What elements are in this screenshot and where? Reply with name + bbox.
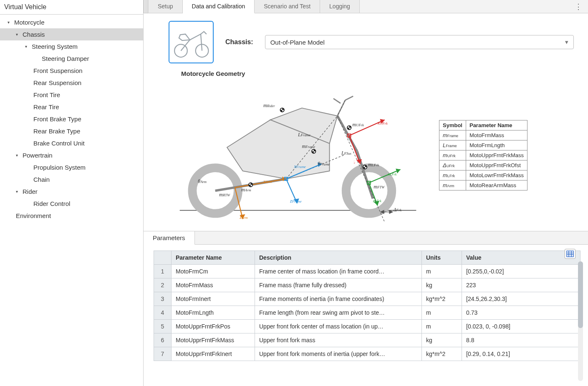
tree-item[interactable]: Rear Brake Type bbox=[0, 125, 143, 137]
col-header-name[interactable]: Parameter Name bbox=[172, 251, 255, 265]
param-name-cell[interactable]: MotoUpprFrntFrkMass bbox=[172, 333, 255, 347]
tree-item[interactable]: Environment bbox=[0, 210, 143, 222]
table-row[interactable]: 7MotoUpprFrntFrkInertUpper front fork mo… bbox=[154, 347, 580, 361]
tab[interactable]: Scenario and Test bbox=[255, 0, 320, 13]
legend-symbol: LFrame bbox=[439, 140, 466, 150]
tree-item-label: Rear Suspension bbox=[33, 79, 81, 86]
tree-item[interactable]: Front Suspension bbox=[0, 65, 143, 77]
motorcycle-geometry-svg: mRider mUFrk xUFrk LFrame mFrame xFrame … bbox=[169, 80, 427, 222]
param-units-cell[interactable]: kg bbox=[422, 333, 462, 347]
param-name-cell[interactable]: MotoFrmMass bbox=[172, 278, 255, 292]
param-value-cell[interactable]: [0.29, 0.14, 0.21] bbox=[462, 347, 580, 361]
tree-item[interactable]: Front Brake Type bbox=[0, 113, 143, 125]
param-desc-cell[interactable]: Upper front fork mass bbox=[255, 333, 422, 347]
tree-item-label: Rider bbox=[23, 188, 38, 195]
legend-symbol: mArm bbox=[439, 180, 466, 190]
legend-header-name: Parameter Name bbox=[466, 120, 527, 130]
motorcycle-icon bbox=[172, 24, 210, 60]
param-value-cell[interactable]: 8.8 bbox=[462, 333, 580, 347]
tree-item[interactable]: ▾Motorcycle bbox=[0, 16, 143, 28]
diagram-title: Motorcycle Geometry bbox=[181, 70, 427, 77]
param-name-cell[interactable]: MotoUpprFrntFrkInert bbox=[172, 347, 255, 361]
param-name-cell[interactable]: MotoFrmInert bbox=[172, 292, 255, 306]
tree-item[interactable]: Propulsion System bbox=[0, 161, 143, 173]
tree-item[interactable]: ▾Powertrain bbox=[0, 149, 143, 161]
legend-symbol: mFrame bbox=[439, 130, 466, 140]
tree-item[interactable]: Rider Control bbox=[0, 198, 143, 210]
param-units-cell[interactable]: m bbox=[422, 306, 462, 320]
tree-item[interactable]: Rear Tire bbox=[0, 101, 143, 113]
row-number: 4 bbox=[154, 306, 172, 320]
param-desc-cell[interactable]: Frame moments of inertia (in frame coord… bbox=[255, 292, 422, 306]
parameters-body: Parameter Name Description Units Value 1… bbox=[144, 245, 588, 386]
tree-item[interactable]: ▾Rider bbox=[0, 185, 143, 198]
main-panel: SetupData and CalibrationScenario and Te… bbox=[144, 0, 588, 386]
param-units-cell[interactable]: m bbox=[422, 265, 462, 278]
tab[interactable]: Setup bbox=[149, 0, 183, 13]
table-view-icon[interactable] bbox=[565, 249, 575, 259]
parameters-tabbar: Parameters bbox=[144, 231, 588, 245]
panel-drag-handle[interactable] bbox=[144, 0, 149, 13]
tree-item-label: Propulsion System bbox=[33, 164, 86, 171]
chassis-dropdown-value: Out-of-Plane Model bbox=[270, 39, 325, 46]
param-value-cell[interactable]: [24.5,26.2,30.3] bbox=[462, 292, 580, 306]
tree-item[interactable]: ▾Steering System bbox=[0, 40, 143, 53]
tab[interactable]: Data and Calibration bbox=[183, 0, 255, 13]
legend-row: mFrameMotoFrmMass bbox=[439, 130, 527, 140]
table-row[interactable]: 1MotoFrmCmFrame center of mass location … bbox=[154, 265, 580, 278]
col-header-desc[interactable]: Description bbox=[255, 251, 422, 265]
scrollbar-thumb[interactable] bbox=[578, 261, 583, 328]
tree-item[interactable]: Brake Control Unit bbox=[0, 137, 143, 149]
chassis-selector-row: Chassis: Out-of-Plane Model ▾ bbox=[144, 13, 588, 68]
row-number: 5 bbox=[154, 320, 172, 333]
table-row[interactable]: 4MotoFrmLngthFrame length (from rear swi… bbox=[154, 306, 580, 320]
more-menu-icon[interactable]: ⋮ bbox=[569, 0, 588, 14]
param-units-cell[interactable]: kg bbox=[422, 278, 462, 292]
table-row[interactable]: 2MotoFrmMassFrame mass (frame fully dres… bbox=[154, 278, 580, 292]
caret-down-icon: ▾ bbox=[25, 44, 29, 49]
tree-item[interactable]: Chain bbox=[0, 173, 143, 185]
tree-item-label: Rear Tire bbox=[33, 103, 59, 110]
chassis-icon-card[interactable] bbox=[169, 21, 214, 63]
symbol-legend: Symbol Parameter Name mFrameMotoFrmMassL… bbox=[439, 120, 527, 190]
tab-parameters[interactable]: Parameters bbox=[144, 231, 195, 245]
tab[interactable]: Logging bbox=[320, 0, 360, 13]
content-area: Chassis: Out-of-Plane Model ▾ Motorcycle… bbox=[144, 13, 588, 386]
tree-item-label: Steering Damper bbox=[42, 55, 89, 62]
param-value-cell[interactable]: 223 bbox=[462, 278, 580, 292]
param-units-cell[interactable]: m bbox=[422, 320, 462, 333]
chassis-dropdown[interactable]: Out-of-Plane Model ▾ bbox=[265, 35, 574, 49]
param-value-cell[interactable]: [0.023, 0, -0.098] bbox=[462, 320, 580, 333]
param-desc-cell[interactable]: Frame center of mass location (in frame … bbox=[255, 265, 422, 278]
tree-item-label: Powertrain bbox=[23, 152, 53, 159]
table-row[interactable]: 5MotoUpprFrntFrkPosUpper front fork cent… bbox=[154, 320, 580, 333]
param-name-cell[interactable]: MotoUpprFrntFrkPos bbox=[172, 320, 255, 333]
param-desc-cell[interactable]: Frame mass (frame fully dressed) bbox=[255, 278, 422, 292]
table-row[interactable]: 3MotoFrmInertFrame moments of inertia (i… bbox=[154, 292, 580, 306]
tree-item-label: Rear Brake Type bbox=[33, 128, 80, 135]
param-units-cell[interactable]: kg*m^2 bbox=[422, 292, 462, 306]
table-row[interactable]: 6MotoUpprFrntFrkMassUpper front fork mas… bbox=[154, 333, 580, 347]
legend-name: MotoFrmLngth bbox=[466, 140, 527, 150]
param-desc-cell[interactable]: Upper front fork center of mass location… bbox=[255, 320, 422, 333]
legend-row: ΔUFrkMotoUpprFrntFrkOfst bbox=[439, 160, 527, 170]
col-header-value[interactable]: Value bbox=[462, 251, 580, 265]
param-name-cell[interactable]: MotoFrmLngth bbox=[172, 306, 255, 320]
param-value-cell[interactable]: [0.255,0,-0.02] bbox=[462, 265, 580, 278]
tree-item[interactable]: Front Tire bbox=[0, 89, 143, 101]
tree-item[interactable]: ▾Chassis bbox=[0, 28, 143, 40]
param-desc-cell[interactable]: Frame length (from rear swing arm pivot … bbox=[255, 306, 422, 320]
param-value-cell[interactable]: 0.73 bbox=[462, 306, 580, 320]
tree-item[interactable]: Rear Suspension bbox=[0, 77, 143, 89]
param-name-cell[interactable]: MotoFrmCm bbox=[172, 265, 255, 278]
tree-item-label: Front Tire bbox=[33, 91, 60, 98]
col-header-units[interactable]: Units bbox=[422, 251, 462, 265]
legend-symbol: mUFrk bbox=[439, 150, 466, 160]
svg-rect-39 bbox=[567, 251, 573, 257]
vertical-scrollbar[interactable] bbox=[578, 261, 583, 381]
row-number: 7 bbox=[154, 347, 172, 361]
param-units-cell[interactable]: kg*m^2 bbox=[422, 347, 462, 361]
legend-row: mArmMotoRearArmMass bbox=[439, 180, 527, 190]
tree-item[interactable]: Steering Damper bbox=[0, 53, 143, 65]
param-desc-cell[interactable]: Upper front fork moments of inertia (upp… bbox=[255, 347, 422, 361]
